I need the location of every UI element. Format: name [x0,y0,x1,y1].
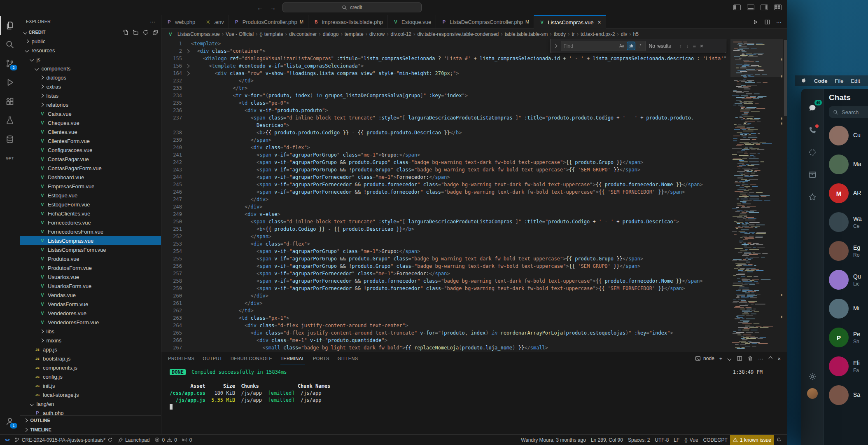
breadcrumb-item[interactable]: tr [572,31,574,37]
new-terminal-button[interactable]: + [719,356,723,362]
code-line[interactable]: 253 <div class="d-flex"> [161,240,730,248]
tree-item-lang-en[interactable]: lang/en [20,399,161,408]
known-issue-badge[interactable]: 1 known issue [730,435,774,445]
panel-tab-debug-console[interactable]: DEBUG CONSOLE [231,352,272,365]
code-line[interactable]: 156 <template #conteudo v-if="lista_comp… [161,62,730,70]
language-mode-item[interactable]: {}Vue [682,435,700,445]
code-line[interactable]: 239 </span> [161,136,730,144]
more-actions-icon[interactable]: ··· [758,356,763,362]
breadcrumb-item[interactable]: template [345,31,364,37]
tree-item-app-js[interactable]: JSapp.js [20,345,161,354]
terminal-shell-label[interactable]: node [695,356,714,361]
problems-item[interactable]: 0 0 [152,435,179,445]
find-input[interactable] [561,43,611,49]
tree-item-vendedores-vue[interactable]: VVendedores.vue [20,309,161,318]
tree-item-fichaclientes-vue[interactable]: VFichaClientes.vue [20,209,161,218]
breadcrumb-item[interactable]: div [621,31,627,37]
code-line[interactable]: 267 <small class="badge bg-light text-da… [161,344,730,351]
customize-layout-icon[interactable] [774,5,782,10]
code-line[interactable]: 241 <span v-if="agruparPorGrupo" class="… [161,151,730,159]
activity-explorer[interactable] [0,16,20,35]
tree-item-fornecedores-vue[interactable]: VFornecedores.vue [20,218,161,227]
code-line[interactable]: 240 <div class="d-flex"> [161,144,730,151]
code-line[interactable]: 259 <span v-if="agruparPorFornecedor && … [161,285,730,292]
tree-item-caixa-vue[interactable]: VCaixa.vue [20,109,161,118]
breadcrumb-item[interactable]: div.container [289,31,317,37]
tree-item-components[interactable]: components [20,64,161,73]
code-line[interactable]: 251 <b>{{ produto.Codigo }} - {{ produto… [161,225,730,233]
tree-item-extras[interactable]: extras [20,82,161,91]
whatsapp-search[interactable]: Search [829,106,868,118]
code-line[interactable]: 238 <b>{{ produto.produto.Codigo }} - {{… [161,129,730,136]
chat-list-item[interactable]: EliFa [829,352,868,381]
tree-item-dashboard-vue[interactable]: VDashboard.vue [20,173,161,182]
code-line[interactable]: 261 </div> [161,300,730,307]
code-line[interactable]: 245 <span v-if="agruparPorFornecedor && … [161,181,730,188]
code-line[interactable]: 250 <span class="d-inline-block text-tru… [161,218,730,225]
apple-icon[interactable] [800,77,807,84]
tree-item-libs[interactable]: libs [20,327,161,336]
code-line[interactable]: 265 <div class="d-flex justify-content-a… [161,329,730,337]
fold-indicator[interactable] [184,47,191,55]
chat-list-item[interactable]: PPeSh [829,323,868,352]
git-blame-item[interactable]: Wandry Moura, 3 months ago [518,435,588,445]
collapse-all-icon[interactable] [152,29,159,35]
encoding-item[interactable]: UTF-8 [652,435,671,445]
tree-item-resources[interactable]: resources [20,46,161,55]
editor-scrollbar[interactable] [783,39,787,352]
breadcrumb-item[interactable]: td.text-end.px-2 [581,31,615,37]
toggle-sidebar-icon[interactable] [733,5,741,10]
chat-list-item[interactable]: EgRo [829,237,868,265]
chats-icon[interactable]: 40 [807,103,817,113]
nav-back-icon[interactable]: ← [257,4,263,11]
close-icon[interactable]: × [700,43,703,49]
breadcrumb-item[interactable]: table.table.table-sm [505,31,548,37]
code-line[interactable]: 262 </td> [161,307,730,314]
tree-item-mixins[interactable]: mixins [20,336,161,345]
remote-indicator[interactable]: >< [2,435,12,445]
code-line[interactable]: 248 </div> [161,203,730,211]
menu-item-code[interactable]: Code [814,78,828,84]
panel-tab-gitlens[interactable]: GITLENS [338,352,358,365]
command-center-search[interactable]: credit [282,2,422,12]
code-line[interactable]: 257 <span v-if="agruparPorFornecedor" cl… [161,270,730,277]
tree-item-vendasform-vue[interactable]: VVendasForm.vue [20,300,161,309]
code-line[interactable]: 243 <span v-if="agruparPorGrupo && !prod… [161,166,730,173]
kill-terminal-icon[interactable] [747,356,753,361]
find-next-icon[interactable]: ↓ [686,43,689,49]
code-line[interactable]: 247 </div> [161,196,730,203]
panel-tab-terminal[interactable]: TERMINAL [280,352,305,365]
more-actions-icon[interactable]: ··· [776,19,782,25]
nav-forward-icon[interactable]: → [270,4,276,11]
tab-estoque-vue[interactable]: VEstoque.vue [388,15,436,28]
profile-avatar[interactable] [807,388,818,399]
tree-item-usuariosform-vue[interactable]: VUsuariosForm.vue [20,281,161,290]
tree-item-components-js[interactable]: JScomponents.js [20,363,161,372]
section-outline[interactable]: OUTLINE [20,415,161,425]
tree-item-auth-php[interactable]: Pauth.php [20,408,161,415]
code-line[interactable]: 234 <tr v-for="(produto, index) in grupo… [161,92,730,99]
settings-gear-icon[interactable] [807,372,817,382]
menu-item-file[interactable]: File [835,78,844,84]
activity-database[interactable] [0,130,20,149]
activity-search[interactable] [0,35,20,54]
breadcrumb-item[interactable]: tbody [554,31,566,37]
find-in-selection-icon[interactable]: ≡ [693,43,696,49]
section-timeline[interactable]: TIMELINE [20,425,161,434]
tree-item-js[interactable]: js [20,55,161,64]
tree-item-estoque-vue[interactable]: VEstoque.vue [20,191,161,200]
code-line[interactable]: 255 <span v-if="agruparPorGrupo && produ… [161,255,730,262]
tree-item-estoqueform-vue[interactable]: VEstoqueForm.vue [20,200,161,209]
section-credit[interactable]: CREDIT [20,28,161,37]
code-line[interactable]: 237 <span class="d-inline-block text-tru… [161,114,730,122]
chat-list-item[interactable]: Cu [829,121,868,150]
regex-toggle[interactable]: .* [636,42,644,50]
tree-item-clientesform-vue[interactable]: VClientesForm.vue [20,136,161,145]
code-line[interactable]: 264 <div class="d-flex justify-content-a… [161,322,730,329]
code-line[interactable]: 236 <div v-if="produto.produto"> [161,107,730,114]
fold-indicator[interactable] [184,70,191,77]
tab-produtoscontroller-php[interactable]: PProdutosController.phpM [229,15,308,28]
chevron-down-icon[interactable] [728,356,731,360]
tree-item-public[interactable]: public [20,37,161,46]
breadcrumb-item[interactable]: div.col-12 [391,31,411,37]
